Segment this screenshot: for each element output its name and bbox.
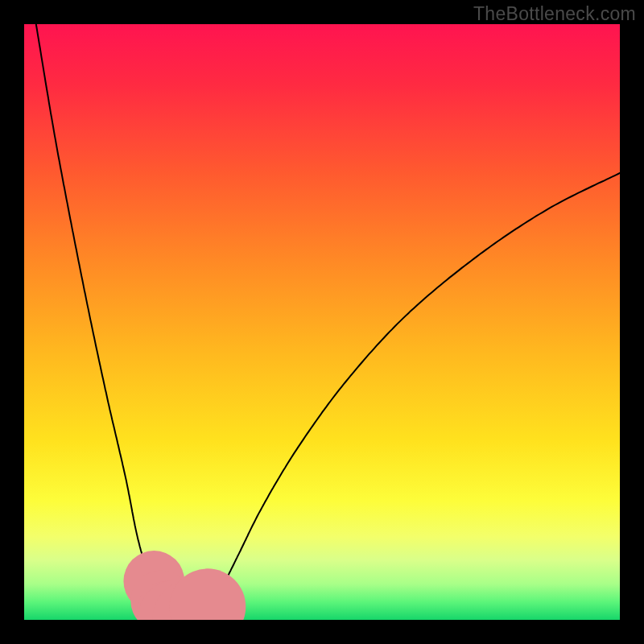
marker-group bbox=[123, 551, 246, 620]
bottleneck-curve-right bbox=[203, 173, 620, 620]
plot-area bbox=[24, 24, 620, 620]
watermark-text: TheBottleneck.com bbox=[473, 3, 636, 25]
bottleneck-curve-left bbox=[36, 24, 173, 620]
chart-frame: TheBottleneck.com bbox=[0, 0, 644, 644]
curve-layer bbox=[24, 24, 620, 620]
